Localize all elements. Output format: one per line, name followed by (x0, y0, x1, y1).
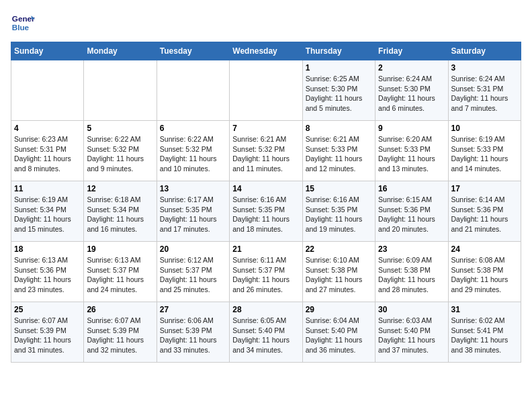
week-row-1: 1Sunrise: 6:25 AMSunset: 5:30 PMDaylight… (11, 60, 521, 121)
page-header: General Blue (11, 11, 521, 35)
day-number: 13 (160, 184, 226, 193)
day-info: Sunrise: 6:11 AMSunset: 5:37 PMDaylight:… (232, 255, 299, 295)
day-info: Sunrise: 6:05 AMSunset: 5:40 PMDaylight:… (232, 316, 299, 355)
day-number: 3 (451, 63, 518, 73)
day-info: Sunrise: 6:24 AMSunset: 5:31 PMDaylight:… (451, 74, 518, 113)
calendar-cell: 1Sunrise: 6:25 AMSunset: 5:30 PMDaylight… (302, 60, 375, 121)
header-cell-monday: Monday (84, 42, 157, 60)
day-info: Sunrise: 6:21 AMSunset: 5:33 PMDaylight:… (306, 134, 372, 174)
day-number: 30 (378, 305, 445, 314)
week-row-2: 4Sunrise: 6:23 AMSunset: 5:31 PMDaylight… (11, 121, 521, 181)
day-number: 1 (306, 63, 372, 73)
header-cell-sunday: Sunday (11, 42, 84, 60)
day-info: Sunrise: 6:10 AMSunset: 5:38 PMDaylight:… (306, 255, 372, 295)
day-info: Sunrise: 6:23 AMSunset: 5:31 PMDaylight:… (14, 134, 81, 174)
week-row-4: 18Sunrise: 6:13 AMSunset: 5:36 PMDayligh… (11, 242, 521, 302)
calendar-cell: 10Sunrise: 6:19 AMSunset: 5:33 PMDayligh… (448, 121, 521, 181)
calendar-cell: 25Sunrise: 6:07 AMSunset: 5:39 PMDayligh… (11, 302, 84, 363)
day-number: 21 (232, 244, 299, 254)
day-number: 18 (14, 244, 81, 254)
calendar-cell: 30Sunrise: 6:03 AMSunset: 5:40 PMDayligh… (375, 302, 448, 363)
calendar-cell: 11Sunrise: 6:19 AMSunset: 5:34 PMDayligh… (11, 181, 84, 242)
calendar-cell (11, 60, 84, 121)
day-number: 11 (14, 184, 81, 193)
calendar-cell: 7Sunrise: 6:21 AMSunset: 5:32 PMDaylight… (230, 121, 302, 181)
day-number: 16 (378, 184, 445, 193)
day-number: 8 (306, 124, 372, 133)
day-number: 10 (451, 124, 518, 133)
calendar-cell: 26Sunrise: 6:07 AMSunset: 5:39 PMDayligh… (84, 302, 157, 363)
day-number: 2 (378, 63, 445, 73)
day-info: Sunrise: 6:20 AMSunset: 5:33 PMDaylight:… (378, 134, 445, 174)
header-cell-friday: Friday (375, 42, 448, 60)
day-info: Sunrise: 6:22 AMSunset: 5:32 PMDaylight:… (160, 134, 226, 174)
day-info: Sunrise: 6:07 AMSunset: 5:39 PMDaylight:… (87, 316, 153, 355)
calendar-table: SundayMondayTuesdayWednesdayThursdayFrid… (11, 42, 521, 363)
day-info: Sunrise: 6:13 AMSunset: 5:37 PMDaylight:… (87, 255, 153, 295)
day-info: Sunrise: 6:12 AMSunset: 5:37 PMDaylight:… (160, 255, 226, 295)
day-info: Sunrise: 6:22 AMSunset: 5:32 PMDaylight:… (87, 134, 153, 174)
calendar-cell: 23Sunrise: 6:09 AMSunset: 5:38 PMDayligh… (375, 242, 448, 302)
calendar-cell: 18Sunrise: 6:13 AMSunset: 5:36 PMDayligh… (11, 242, 84, 302)
calendar-cell: 20Sunrise: 6:12 AMSunset: 5:37 PMDayligh… (157, 242, 229, 302)
calendar-cell: 9Sunrise: 6:20 AMSunset: 5:33 PMDaylight… (375, 121, 448, 181)
calendar-cell: 12Sunrise: 6:18 AMSunset: 5:34 PMDayligh… (84, 181, 157, 242)
header-cell-tuesday: Tuesday (157, 42, 229, 60)
header-row: SundayMondayTuesdayWednesdayThursdayFrid… (11, 42, 521, 60)
day-info: Sunrise: 6:15 AMSunset: 5:36 PMDaylight:… (378, 195, 445, 234)
day-number: 25 (14, 305, 81, 314)
header-cell-thursday: Thursday (302, 42, 375, 60)
calendar-cell: 28Sunrise: 6:05 AMSunset: 5:40 PMDayligh… (230, 302, 302, 363)
calendar-cell: 6Sunrise: 6:22 AMSunset: 5:32 PMDaylight… (157, 121, 229, 181)
day-info: Sunrise: 6:03 AMSunset: 5:40 PMDaylight:… (378, 316, 445, 355)
calendar-cell: 15Sunrise: 6:16 AMSunset: 5:35 PMDayligh… (302, 181, 375, 242)
day-info: Sunrise: 6:06 AMSunset: 5:39 PMDaylight:… (160, 316, 226, 355)
header-cell-wednesday: Wednesday (230, 42, 302, 60)
day-number: 12 (87, 184, 153, 193)
calendar-cell: 27Sunrise: 6:06 AMSunset: 5:39 PMDayligh… (157, 302, 229, 363)
day-info: Sunrise: 6:24 AMSunset: 5:30 PMDaylight:… (378, 74, 445, 113)
day-info: Sunrise: 6:19 AMSunset: 5:34 PMDaylight:… (14, 195, 81, 234)
day-number: 7 (232, 124, 299, 133)
calendar-cell: 29Sunrise: 6:04 AMSunset: 5:40 PMDayligh… (302, 302, 375, 363)
day-number: 4 (14, 124, 81, 133)
day-number: 6 (160, 124, 226, 133)
day-number: 26 (87, 305, 153, 314)
day-number: 23 (378, 244, 445, 254)
calendar-cell: 22Sunrise: 6:10 AMSunset: 5:38 PMDayligh… (302, 242, 375, 302)
day-number: 5 (87, 124, 153, 133)
day-info: Sunrise: 6:16 AMSunset: 5:35 PMDaylight:… (306, 195, 372, 234)
calendar-cell: 14Sunrise: 6:16 AMSunset: 5:35 PMDayligh… (230, 181, 302, 242)
calendar-cell: 4Sunrise: 6:23 AMSunset: 5:31 PMDaylight… (11, 121, 84, 181)
day-info: Sunrise: 6:21 AMSunset: 5:32 PMDaylight:… (232, 134, 299, 174)
week-row-3: 11Sunrise: 6:19 AMSunset: 5:34 PMDayligh… (11, 181, 521, 242)
calendar-cell (230, 60, 302, 121)
day-number: 17 (451, 184, 518, 193)
calendar-cell: 19Sunrise: 6:13 AMSunset: 5:37 PMDayligh… (84, 242, 157, 302)
calendar-cell (157, 60, 229, 121)
day-number: 15 (306, 184, 372, 193)
day-info: Sunrise: 6:02 AMSunset: 5:41 PMDaylight:… (451, 316, 518, 355)
day-number: 24 (451, 244, 518, 254)
calendar-cell: 24Sunrise: 6:08 AMSunset: 5:38 PMDayligh… (448, 242, 521, 302)
week-row-5: 25Sunrise: 6:07 AMSunset: 5:39 PMDayligh… (11, 302, 521, 363)
day-info: Sunrise: 6:13 AMSunset: 5:36 PMDaylight:… (14, 255, 81, 295)
header-cell-saturday: Saturday (448, 42, 521, 60)
day-number: 22 (306, 244, 372, 254)
day-info: Sunrise: 6:16 AMSunset: 5:35 PMDaylight:… (232, 195, 299, 234)
day-info: Sunrise: 6:14 AMSunset: 5:36 PMDaylight:… (451, 195, 518, 234)
calendar-cell: 2Sunrise: 6:24 AMSunset: 5:30 PMDaylight… (375, 60, 448, 121)
day-info: Sunrise: 6:25 AMSunset: 5:30 PMDaylight:… (306, 74, 372, 113)
logo-icon: General Blue (11, 11, 35, 35)
day-number: 27 (160, 305, 226, 314)
calendar-cell: 21Sunrise: 6:11 AMSunset: 5:37 PMDayligh… (230, 242, 302, 302)
day-info: Sunrise: 6:07 AMSunset: 5:39 PMDaylight:… (14, 316, 81, 355)
calendar-cell: 16Sunrise: 6:15 AMSunset: 5:36 PMDayligh… (375, 181, 448, 242)
day-number: 20 (160, 244, 226, 254)
day-number: 29 (306, 305, 372, 314)
svg-text:Blue: Blue (12, 23, 30, 32)
logo: General Blue (11, 11, 38, 35)
day-info: Sunrise: 6:18 AMSunset: 5:34 PMDaylight:… (87, 195, 153, 234)
day-number: 28 (232, 305, 299, 314)
calendar-cell: 5Sunrise: 6:22 AMSunset: 5:32 PMDaylight… (84, 121, 157, 181)
